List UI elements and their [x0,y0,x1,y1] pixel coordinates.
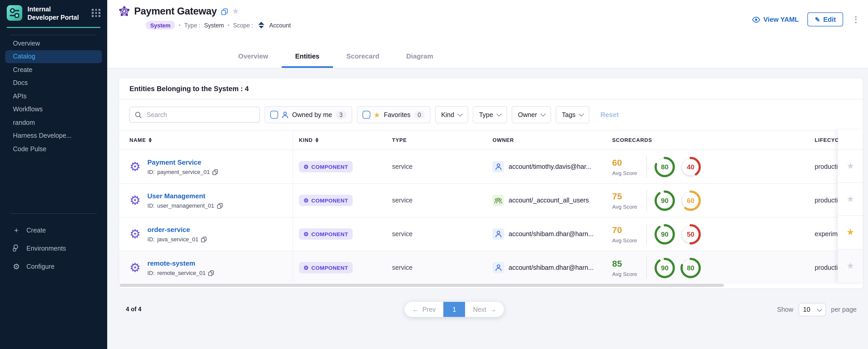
tab-diagram[interactable]: Diagram [393,52,447,68]
row-favorite-star-icon[interactable]: ★ [846,228,855,237]
idp-logo-icon[interactable] [7,5,22,21]
sidebar-item-apis[interactable]: APIs [5,90,102,103]
entity-name-link[interactable]: order-service [147,226,207,233]
sidebar-item-create-bottom[interactable]: + Create [12,221,107,239]
column-label: OWNER [493,137,514,143]
owner-icon [493,228,504,240]
row-favorite-star-icon[interactable]: ★ [846,162,855,170]
more-options-kebab-icon[interactable] [852,14,860,25]
eye-icon [752,16,760,23]
owned-by-me-count: 3 [336,111,346,119]
entity-name-link[interactable]: remote-system [147,259,214,267]
plus-icon: + [12,226,21,234]
favorites-checkbox[interactable] [362,111,370,119]
entity-meta: System • Type : System • Scope : Account [146,21,291,30]
row-favorite-star-icon[interactable]: ★ [846,261,855,270]
column-header-kind[interactable]: KIND [292,137,392,143]
column-label: SCORECARDS [612,137,652,143]
prev-page-button[interactable]: ← Prev [404,302,443,317]
owner-dropdown[interactable]: Owner [512,106,551,123]
tab-scorecard[interactable]: Scorecard [333,52,393,68]
chevron-down-icon [540,111,546,117]
avg-score-label: Avg Score [612,271,646,277]
owned-by-me-label: Owned by me [292,111,332,118]
entity-name-link[interactable]: Payment Service [147,158,218,166]
edit-button[interactable]: ✎ Edit [808,12,843,26]
table-header: NAME KIND TYPE OWNER SCORECARDS LIFECYCL… [119,130,863,150]
sort-icon[interactable] [149,138,152,142]
column-header-name[interactable]: NAME [119,137,292,143]
chevron-down-icon [496,111,502,117]
sidebar-item-catalog[interactable]: Catalog [5,50,102,63]
owner-icon [493,161,504,172]
tab-entities[interactable]: Entities [282,52,333,68]
entity-id: remote_service_01 [157,270,206,276]
reset-filters-link[interactable]: Reset [600,111,619,119]
tags-dropdown[interactable]: Tags [556,106,590,123]
chevron-down-icon [458,111,463,117]
horizontal-scrollbar[interactable] [120,284,724,287]
scorecard-gauge: 60 [680,189,702,212]
gear-icon: ⚙ [129,228,141,240]
favorites-label: Favorites [384,111,410,118]
view-yaml-label: View YAML [764,15,799,23]
owned-by-me-checkbox[interactable] [270,111,278,119]
copy-id-icon[interactable] [212,169,218,175]
gear-icon: ⚙ [304,231,309,237]
sidebar-item-configure[interactable]: ⚙ Configure [12,257,107,276]
sidebar-item-overview[interactable]: Overview [5,37,102,50]
scope-label: Scope : [233,22,253,28]
kind-dropdown-label: Kind [441,111,454,118]
sort-icon[interactable] [315,138,318,142]
kind-badge: ⚙COMPONENT [299,262,353,274]
copy-id-icon[interactable] [217,203,222,209]
sidebar-item-create[interactable]: Create [5,63,102,76]
sidebar-item-workflows[interactable]: Workflows [5,103,102,116]
sidebar-item-environments[interactable]: Environments [12,239,107,257]
copy-id-icon[interactable] [201,236,207,242]
search-input[interactable] [146,110,255,119]
favorite-title-star-icon[interactable]: ★ [232,7,239,15]
copy-title-icon[interactable] [221,8,228,15]
column-header-scorecards: SCORECARDS [612,137,815,143]
entity-name-link[interactable]: User Management [147,192,222,200]
sidebar-item-code-pulse[interactable]: Code Pulse [5,142,102,156]
sidebar-item-docs[interactable]: Docs [5,76,102,90]
id-prefix: ID: [147,270,155,276]
scorecard-gauge: 50 [680,223,702,245]
type-dropdown[interactable]: Type [473,106,507,123]
table-row[interactable]: ⚙ Payment Service ID: payment_service_01… [119,150,863,183]
row-favorite-star-icon[interactable]: ★ [846,195,855,203]
page-size-select[interactable]: 10 [798,303,826,316]
owner-name: account/shibam.dhar@harn... [508,264,593,271]
chevron-down-icon [579,111,584,117]
next-page-button[interactable]: Next → [465,302,504,317]
kind-badge: ⚙COMPONENT [299,161,353,172]
tab-bar: Overview Entities Scorecard Diagram [225,52,447,68]
page-title: Payment Gateway [134,6,217,17]
meta-separator: • [179,22,181,28]
pencil-icon: ✎ [815,16,820,23]
star-icon: ★ [374,111,380,118]
account-scope-icon [258,22,265,29]
show-label: Show [777,306,794,313]
view-yaml-button[interactable]: View YAML [752,15,799,23]
table-row[interactable]: ⚙ remote-system ID: remote_service_01 ⚙C… [119,251,863,284]
owned-by-me-filter[interactable]: Owned by me 3 [265,106,352,123]
scorecard-gauge: 80 [680,257,702,279]
owner-dropdown-label: Owner [518,111,537,118]
entity-id: user_management_01 [157,202,214,209]
table-row[interactable]: ⚙ order-service ID: java_service_01 ⚙COM… [119,217,863,251]
gear-icon: ⚙ [129,160,141,173]
favorites-filter[interactable]: ★ Favorites 0 [356,106,430,123]
copy-id-icon[interactable] [208,270,214,276]
column-header-owner: OWNER [493,137,612,143]
page-number-button[interactable]: 1 [443,302,465,317]
sidebar-item-harness-developer[interactable]: Harness Develope... [5,129,102,142]
tab-overview[interactable]: Overview [225,52,282,68]
table-row[interactable]: ⚙ User Management ID: user_management_01… [119,183,863,217]
sidebar-item-random[interactable]: random [5,116,102,129]
apps-grid-icon[interactable] [92,9,100,17]
column-header-type: TYPE [392,137,493,143]
kind-dropdown[interactable]: Kind [435,106,468,123]
